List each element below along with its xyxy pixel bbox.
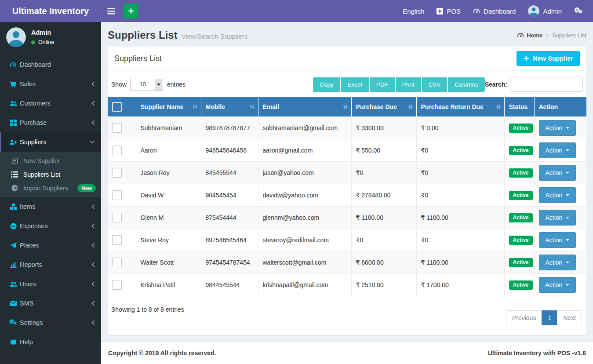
select-arrow-icon bbox=[155, 79, 162, 90]
page-subtitle: View/Search Suppliers bbox=[182, 33, 248, 40]
export-excel-button[interactable]: Excel bbox=[341, 77, 369, 92]
row-action-button[interactable]: Action bbox=[539, 210, 576, 226]
table-footer: Showing 1 to 8 of 8 entries Previous 1 N… bbox=[108, 296, 586, 335]
list-icon bbox=[11, 171, 18, 178]
row-checkbox[interactable] bbox=[112, 146, 122, 155]
quick-add-button[interactable] bbox=[124, 4, 138, 18]
sidebar-subitem-suppliers-list[interactable]: Suppliers List bbox=[0, 167, 101, 181]
cell-purchase-due: ₹ 1100.00 bbox=[351, 207, 416, 229]
page-length-select[interactable]: 10 bbox=[131, 78, 163, 91]
row-action-button[interactable]: Action bbox=[539, 255, 576, 270]
sidebar-subitem-new-supplier[interactable]: New Supplier bbox=[0, 154, 101, 167]
sidebar-item-dashboard[interactable]: Dashboard bbox=[0, 55, 101, 74]
row-checkbox[interactable] bbox=[112, 190, 122, 200]
row-checkbox[interactable] bbox=[112, 258, 122, 267]
cell-email: steveroy@redifmail.com bbox=[258, 229, 351, 251]
tachometer-icon bbox=[517, 33, 524, 38]
cell-purchase-due: ₹ 3300.00 bbox=[351, 117, 416, 139]
cell-email: davidw@yahoo.com bbox=[258, 184, 351, 207]
user-avatar[interactable] bbox=[6, 27, 26, 47]
row-checkbox[interactable] bbox=[112, 168, 122, 178]
export-copy-button[interactable]: Copy bbox=[313, 77, 340, 92]
chevron-left-icon bbox=[91, 281, 95, 287]
column-header-purchase-return-due[interactable]: Purchase Return Due bbox=[416, 97, 504, 117]
sort-icon bbox=[192, 104, 198, 110]
show-label: Show bbox=[111, 81, 127, 88]
sidebar-item-settings[interactable]: Settings bbox=[0, 313, 101, 332]
sidebar-item-customers[interactable]: Customers bbox=[0, 94, 101, 113]
avatar bbox=[528, 5, 539, 17]
column-header-mobile[interactable]: Mobile bbox=[201, 97, 258, 117]
pagination-next-button[interactable]: Next bbox=[557, 310, 582, 325]
cell-status: Active bbox=[504, 184, 534, 207]
new-supplier-button[interactable]: New Supplier bbox=[517, 51, 580, 66]
pagination-page-1-button[interactable]: 1 bbox=[542, 310, 557, 325]
row-action-button[interactable]: Action bbox=[539, 142, 576, 158]
navbar-item-cogs[interactable] bbox=[568, 0, 589, 22]
cell-supplier-name: Subhramaniam bbox=[136, 117, 201, 139]
export-csv-button[interactable]: CSV bbox=[422, 77, 447, 92]
navbar-item-dashboard[interactable]: Dashboard bbox=[467, 0, 522, 22]
export-pdf-button[interactable]: PDF bbox=[370, 77, 395, 92]
status-badge: Active bbox=[509, 191, 533, 200]
breadcrumb-separator: > bbox=[546, 32, 549, 39]
sidebar-item-suppliers[interactable]: Suppliers bbox=[0, 132, 101, 152]
row-checkbox[interactable] bbox=[112, 213, 122, 222]
column-header-supplier-name[interactable]: Supplier Name bbox=[136, 97, 201, 117]
row-action-button[interactable]: Action bbox=[539, 187, 576, 203]
cell-purchase-due: ₹0 bbox=[351, 229, 416, 251]
cell-mobile: 845455544 bbox=[201, 162, 258, 184]
sidebar-item-users[interactable]: Users bbox=[0, 274, 101, 294]
row-select-cell bbox=[108, 207, 136, 229]
sidebar-item-help[interactable]: Help bbox=[0, 332, 101, 352]
row-checkbox[interactable] bbox=[112, 123, 122, 133]
sort-icon bbox=[342, 104, 348, 110]
sidebar-item-items[interactable]: Items bbox=[0, 197, 101, 216]
sidebar-item-label: Settings bbox=[20, 319, 91, 326]
chevron-left-icon bbox=[91, 204, 95, 209]
search-control: Search: bbox=[485, 77, 583, 92]
status-badge: Active bbox=[509, 280, 533, 290]
cell-action: Action bbox=[534, 207, 586, 229]
chevron-left-icon bbox=[91, 81, 95, 87]
users-icon bbox=[7, 281, 20, 287]
column-header-email[interactable]: Email bbox=[258, 97, 351, 117]
row-action-button[interactable]: Action bbox=[539, 120, 576, 136]
sidebar-item-expenses[interactable]: Expenses bbox=[0, 216, 101, 236]
sidebar-item-reports[interactable]: Reports bbox=[0, 255, 101, 274]
pagination-previous-button[interactable]: Previous bbox=[506, 310, 542, 325]
sidebar-item-places[interactable]: Places bbox=[0, 236, 101, 255]
row-action-button[interactable]: Action bbox=[539, 277, 576, 293]
export-print-button[interactable]: Print bbox=[396, 77, 421, 92]
version-text: Ultimate Inventory with POS -v1.6 bbox=[488, 349, 586, 357]
search-input[interactable] bbox=[510, 77, 583, 92]
row-action-button[interactable]: Action bbox=[539, 232, 576, 248]
cell-action: Action bbox=[534, 162, 586, 184]
table-row: Steve Roy897546545464steveroy@redifmail.… bbox=[108, 229, 586, 251]
row-action-button[interactable]: Action bbox=[539, 165, 576, 181]
select-all-checkbox[interactable] bbox=[112, 102, 122, 112]
breadcrumb-home[interactable]: Home bbox=[517, 32, 542, 39]
row-checkbox[interactable] bbox=[112, 235, 122, 245]
cell-mobile: 9844545544 bbox=[201, 274, 258, 296]
entries-label: entries bbox=[167, 81, 186, 88]
export-columns-button[interactable]: Columns bbox=[448, 77, 484, 92]
status-badge: Active bbox=[509, 124, 533, 133]
sidebar-toggle-button[interactable] bbox=[101, 0, 121, 22]
column-header-purchase-due[interactable]: Purchase Due bbox=[351, 97, 416, 117]
suppliers-card: Suppliers List New Supplier Show 10 entr… bbox=[108, 47, 586, 335]
navbar-item-english[interactable]: English bbox=[397, 0, 430, 22]
sidebar-item-sales[interactable]: Sales bbox=[0, 74, 101, 94]
navbar-item-admin[interactable]: Admin bbox=[522, 0, 568, 22]
row-checkbox[interactable] bbox=[112, 280, 122, 290]
copyright-text: Copyright © 2019 All rights reserved. bbox=[108, 349, 216, 357]
sidebar-item-label: Suppliers bbox=[20, 138, 90, 146]
sidebar-item-sms[interactable]: SMS bbox=[0, 294, 101, 313]
navbar-item-pos[interactable]: POS bbox=[430, 0, 467, 22]
cell-purchase-due: ₹ 6600.00 bbox=[351, 251, 416, 274]
sidebar-subitem-import-suppliers[interactable]: Import SuppliersNew bbox=[0, 181, 101, 195]
user-status-label: Online bbox=[38, 39, 54, 45]
row-select-cell bbox=[108, 139, 136, 162]
breadcrumb: Home > Suppliers List bbox=[517, 32, 586, 39]
sidebar-item-purchase[interactable]: Purchase bbox=[0, 113, 101, 132]
